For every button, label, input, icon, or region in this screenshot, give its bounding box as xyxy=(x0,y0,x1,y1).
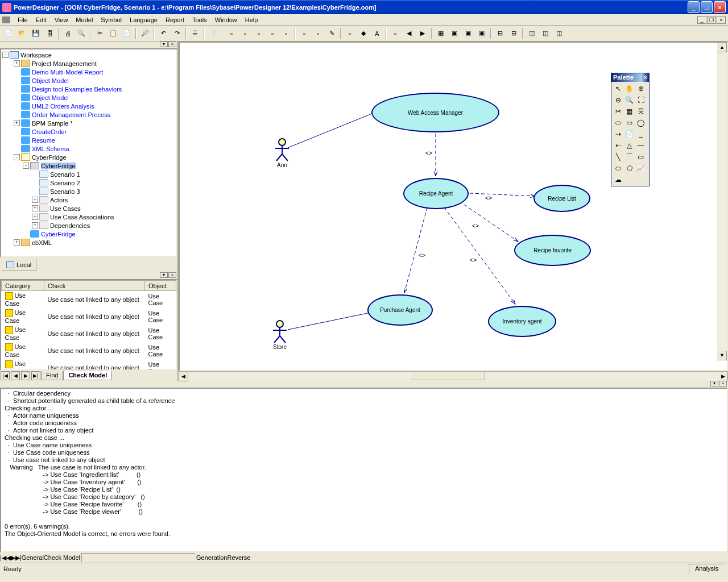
tb-g[interactable]: ▫ xyxy=(312,27,324,40)
tab-nav-first[interactable]: |◀ xyxy=(1,371,10,380)
line-tool[interactable]: ╲ xyxy=(613,151,623,162)
tb-m[interactable]: ◀ xyxy=(403,27,415,40)
col-category[interactable]: Category xyxy=(2,281,44,291)
tree-twisty[interactable]: + xyxy=(32,222,38,228)
view2-button[interactable]: ◫ xyxy=(539,27,552,40)
tab-nav-last[interactable]: ▶| xyxy=(31,371,40,380)
menu-view[interactable]: View xyxy=(51,15,72,24)
tab-reverse[interactable]: Reverse xyxy=(228,554,251,561)
tab-nav-prev[interactable]: ◀ xyxy=(11,371,20,380)
zoom-tool[interactable]: ⛶ xyxy=(635,94,646,105)
tree-item[interactable]: CyberFridge xyxy=(41,163,76,169)
results-row[interactable]: Use CaseUse case not linked to any objec… xyxy=(2,308,176,325)
tab-check-model[interactable]: Check Model xyxy=(63,371,112,380)
tab-nav-next[interactable]: ▶ xyxy=(21,371,30,380)
zoom-fit-tool[interactable]: 🔍 xyxy=(624,94,635,105)
view1-button[interactable]: ◫ xyxy=(526,27,538,40)
tb-j[interactable]: ◆ xyxy=(357,27,370,40)
tree-twisty[interactable]: + xyxy=(14,60,20,66)
undo-button[interactable]: ↶ xyxy=(157,27,169,40)
arc-tool[interactable]: ⌒ xyxy=(624,151,635,162)
view3-button[interactable]: ◫ xyxy=(553,27,565,40)
paste-button[interactable]: 📄 xyxy=(121,27,133,40)
gen-tool[interactable]: △ xyxy=(624,140,635,151)
open-button[interactable]: 📂 xyxy=(16,27,28,40)
usecase-node[interactable]: Recipe List xyxy=(533,185,590,212)
cloud-tool[interactable]: ☁ xyxy=(613,174,623,185)
tb-l[interactable]: ▫ xyxy=(389,27,402,40)
canvas-scroll-h[interactable]: ◀ ▶ xyxy=(179,371,728,381)
panel-close-button[interactable]: × xyxy=(168,41,176,47)
preview-button[interactable]: 🔍 xyxy=(75,27,88,40)
hand-tool[interactable]: ✋ xyxy=(624,83,635,94)
tb-a[interactable]: ▫ xyxy=(225,27,238,40)
tab-nav-prev[interactable]: ◀ xyxy=(6,554,11,562)
align1-button[interactable]: ⊟ xyxy=(494,27,506,40)
chart-tool[interactable]: 📈 xyxy=(635,163,646,173)
menu-tools[interactable]: Tools xyxy=(188,15,211,24)
tree-item[interactable]: Project Managenement xyxy=(32,60,97,67)
find-button[interactable]: 🔎 xyxy=(139,27,151,40)
tree-item[interactable]: BPM Sample * xyxy=(32,120,73,127)
mdi-minimize-button[interactable]: _ xyxy=(697,16,706,24)
scroll-left-button[interactable]: ◀ xyxy=(179,372,188,381)
canvas-scroll-v[interactable]: ▲ ▼ xyxy=(717,43,727,360)
minimize-button[interactable]: _ xyxy=(688,1,700,13)
menu-model[interactable]: Model xyxy=(72,15,97,24)
scroll-up-button[interactable]: ▲ xyxy=(717,43,727,52)
mdi-close-button[interactable]: × xyxy=(717,16,726,24)
close-button[interactable]: × xyxy=(714,1,726,13)
menu-symbol[interactable]: Symbol xyxy=(97,15,126,24)
results-grid[interactable]: Category Check Object Use CaseUse case n… xyxy=(0,279,177,371)
results-row[interactable]: Use CaseUse case not linked to any objec… xyxy=(2,359,176,371)
palette[interactable]: Palette× ↖ ✋ ⊕ ⊖ 🔍 ⛶ ✂ ▦ 웃 ⬭ ▭ ◯ ⇢ 📄 ⎯ ⇠… xyxy=(611,73,650,186)
tree-item[interactable]: Dependencies xyxy=(50,222,90,229)
tree-item[interactable]: Design tool Examples Behaviors xyxy=(32,86,122,93)
menu-language[interactable]: Language xyxy=(126,15,162,24)
col-check[interactable]: Check xyxy=(44,281,145,291)
link-tool[interactable]: ⇢ xyxy=(613,128,623,139)
assoc-tool[interactable]: — xyxy=(635,140,646,151)
tree-item[interactable]: XML Schema xyxy=(32,146,69,152)
usecase-node[interactable]: Inventory agent xyxy=(488,306,556,337)
tab-general[interactable]: General xyxy=(22,554,44,561)
tb-n[interactable]: ▶ xyxy=(416,27,429,40)
tb-f[interactable]: ▫ xyxy=(298,27,311,40)
tree-item[interactable]: UML2 Orders Analysis xyxy=(32,103,94,110)
tab-generation[interactable]: Generation xyxy=(196,554,227,561)
save-button[interactable]: 💾 xyxy=(30,27,42,40)
redo-button[interactable]: ↷ xyxy=(171,27,183,40)
tree-item[interactable]: Actors xyxy=(50,197,68,203)
tab-find[interactable]: Find xyxy=(41,371,63,380)
dep-tool[interactable]: ⇠ xyxy=(613,140,623,151)
actor-tool[interactable]: 웃 xyxy=(635,106,646,117)
tree-twisty[interactable]: + xyxy=(32,197,38,203)
tab-nav-next[interactable]: ▶ xyxy=(11,554,15,562)
panel-dock-button[interactable]: ▾ xyxy=(160,41,168,47)
tree-item[interactable]: Resume xyxy=(32,137,55,144)
tb-i[interactable]: ▫ xyxy=(344,27,356,40)
actor-node[interactable]: Store xyxy=(271,320,288,350)
menu-window[interactable]: Window xyxy=(211,15,241,24)
tab-nav-last[interactable]: ▶| xyxy=(15,554,22,562)
tree-twisty[interactable]: - xyxy=(14,154,20,160)
tree-item[interactable]: Use Cases xyxy=(50,205,81,212)
interface-tool[interactable]: ◯ xyxy=(635,117,646,128)
tree-item[interactable]: CyberFridge xyxy=(41,231,76,238)
maximize-button[interactable]: □ xyxy=(701,1,713,13)
layout3-button[interactable]: ▣ xyxy=(475,27,488,40)
note-tool[interactable]: 📄 xyxy=(624,128,635,139)
attach-tool[interactable]: ⎯ xyxy=(635,128,646,139)
layout1-button[interactable]: ▣ xyxy=(448,27,461,40)
cut-tool[interactable]: ✂ xyxy=(613,106,623,117)
menu-edit[interactable]: Edit xyxy=(32,15,51,24)
zoom-in-tool[interactable]: ⊕ xyxy=(635,83,646,94)
panel-dock-button[interactable]: ▾ xyxy=(710,381,718,386)
class-tool[interactable]: ▭ xyxy=(624,117,635,128)
tb-k[interactable]: A xyxy=(371,27,383,40)
tree-twisty[interactable]: + xyxy=(14,120,20,126)
panel-close-button[interactable]: × xyxy=(719,381,727,386)
tree-item[interactable]: Order Management Process xyxy=(32,111,110,118)
saveall-button[interactable]: 🗄 xyxy=(43,27,56,40)
tree-item[interactable]: Demo Multi-Model Report xyxy=(32,69,103,76)
